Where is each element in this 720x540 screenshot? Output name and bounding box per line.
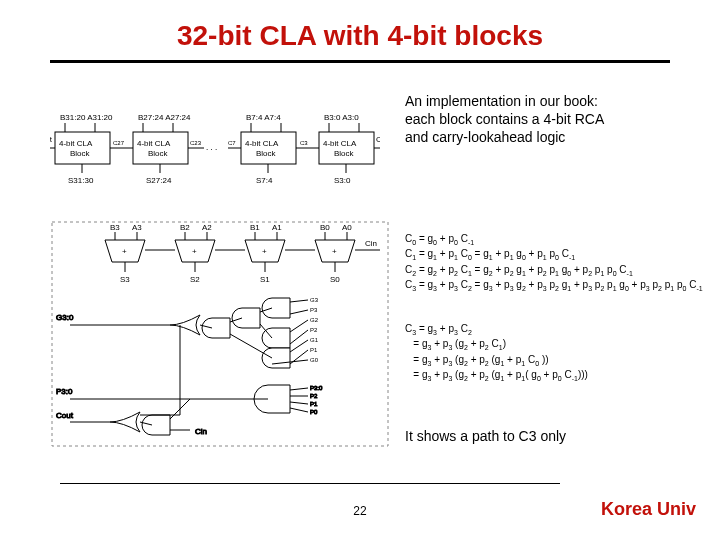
top-carry-2: C7: [228, 140, 236, 146]
bottom-cin: Cin: [365, 239, 377, 248]
svg-text:A0: A0: [342, 223, 352, 232]
top-s-1: S27:24: [146, 176, 172, 185]
svg-text:P1: P1: [310, 347, 318, 353]
svg-text:+: +: [192, 247, 197, 256]
top-desc-line2: each block contains a 4-bit RCA: [405, 111, 604, 127]
svg-text:4-bit CLA: 4-bit CLA: [323, 139, 357, 148]
svg-text:4-bit CLA: 4-bit CLA: [137, 139, 171, 148]
top-input-2: B7:4 A7:4: [246, 113, 281, 122]
svg-text:P2: P2: [310, 327, 318, 333]
svg-rect-18: [319, 132, 374, 164]
svg-line-74: [290, 320, 308, 332]
svg-text:4-bit CLA: 4-bit CLA: [245, 139, 279, 148]
top-input-1: B27:24 A27:24: [138, 113, 191, 122]
top-s-2: S7:4: [256, 176, 273, 185]
svg-text:S1: S1: [260, 275, 270, 284]
svg-text:S2: S2: [190, 275, 200, 284]
svg-text:B2: B2: [180, 223, 190, 232]
svg-text:P1: P1: [310, 401, 318, 407]
top-carry-0: C27: [113, 140, 125, 146]
slide-title: 32-bit CLA with 4-bit blocks: [0, 0, 720, 52]
svg-text:G0: G0: [310, 357, 319, 363]
cin-bottom: Cin: [195, 427, 207, 436]
svg-text:B0: B0: [320, 223, 330, 232]
top-block-label-0b: Block: [70, 149, 91, 158]
svg-text:B3: B3: [110, 223, 120, 232]
svg-text:S3: S3: [120, 275, 130, 284]
svg-text:P2: P2: [310, 393, 318, 399]
svg-line-90: [290, 402, 308, 404]
top-cin-text: Cin: [376, 135, 380, 144]
bottom-note: It shows a path to C3 only: [405, 428, 566, 444]
top-input-3: B3:0 A3:0: [324, 113, 359, 122]
top-cout-text: Cout: [50, 135, 53, 144]
top-description: An implementation in our book: each bloc…: [405, 92, 695, 147]
svg-text:G3: G3: [310, 297, 319, 303]
svg-text:Block: Block: [334, 149, 355, 158]
university-name: Korea Univ: [601, 499, 696, 520]
svg-text:S0: S0: [330, 275, 340, 284]
svg-rect-2: [55, 132, 110, 164]
svg-line-88: [290, 388, 308, 390]
svg-line-72: [290, 300, 308, 302]
lookahead-logic: G3:0: [56, 298, 308, 368]
pout-label: P3:0: [56, 387, 73, 396]
svg-line-73: [290, 310, 308, 314]
svg-text:G2: G2: [310, 317, 319, 323]
bottom-cout: Cout: [56, 411, 74, 420]
svg-text:B1: B1: [250, 223, 260, 232]
top-s-0: S31:30: [68, 176, 94, 185]
svg-text:+: +: [332, 247, 337, 256]
title-underline: [50, 60, 670, 63]
svg-text:+: +: [122, 247, 127, 256]
bottom-block-diagram: B3 A3 + S3 B2 A2 + S2 B1 A1: [50, 220, 380, 454]
eq-c2: C2 = g2 + p2 C1 = g2 + p2 g1 + p2 p1 g0 …: [405, 263, 705, 278]
top-dots: · · ·: [206, 145, 217, 154]
svg-text:A3: A3: [132, 223, 142, 232]
svg-rect-12: [241, 132, 296, 164]
svg-text:P3: P3: [310, 307, 318, 313]
top-desc-line1: An implementation in our book:: [405, 93, 598, 109]
svg-text:G1: G1: [310, 337, 319, 343]
svg-line-91: [290, 408, 308, 412]
carry-equations: C0 = g0 + p0 C-1 C1 = g1 + p1 C0 = g1 + …: [405, 232, 705, 294]
eq-c3-line2: = g3 + p3 (g2 + p2 C1): [405, 337, 705, 352]
top-block-label-0a: 4-bit CLA: [59, 139, 93, 148]
eq-c1: C1 = g1 + p1 C0 = g1 + p1 g0 + p1 p0 C-1: [405, 247, 705, 262]
top-carry-3: C3: [300, 140, 308, 146]
svg-rect-6: [133, 132, 188, 164]
top-block-diagram: B31:20 A31:20 4-bit CLA Block S31:30 B27…: [50, 110, 380, 204]
c3-expansion: C3 = g3 + p3 C2 = g3 + p3 (g2 + p2 C1) =…: [405, 322, 705, 384]
eq-c0: C0 = g0 + p0 C-1: [405, 232, 705, 247]
svg-text:+: +: [262, 247, 267, 256]
p-bus-label: P3:0: [310, 385, 323, 391]
svg-text:Block: Block: [256, 149, 277, 158]
top-desc-line3: and carry-lookahead logic: [405, 129, 565, 145]
eq-c3-line4: = g3 + p3 (g2 + p2 (g1 + p1( g0 + p0 C-1…: [405, 368, 705, 383]
eq-c3-line1: C3 = g3 + p3 C2: [405, 322, 705, 337]
svg-text:A1: A1: [272, 223, 282, 232]
top-input-0: B31:20 A31:20: [60, 113, 113, 122]
eq-c3: C3 = g3 + p3 C2 = g3 + p3 g2 + p3 p2 g1 …: [405, 278, 705, 293]
top-carry-1: C23: [190, 140, 202, 146]
top-s-3: S3:0: [334, 176, 351, 185]
footer-rule: [60, 483, 560, 484]
gp-labels: G3 P3 G2 P2 G1 P1 G0: [310, 297, 319, 363]
svg-text:Block: Block: [148, 149, 169, 158]
bit-adders: B3 A3 + S3 B2 A2 + S2 B1 A1: [105, 223, 380, 284]
svg-text:P0: P0: [310, 409, 318, 415]
eq-c3-line3: = g3 + p3 (g2 + p2 (g1 + p1 C0 )): [405, 353, 705, 368]
svg-text:A2: A2: [202, 223, 212, 232]
gout-label: G3:0: [56, 313, 74, 322]
